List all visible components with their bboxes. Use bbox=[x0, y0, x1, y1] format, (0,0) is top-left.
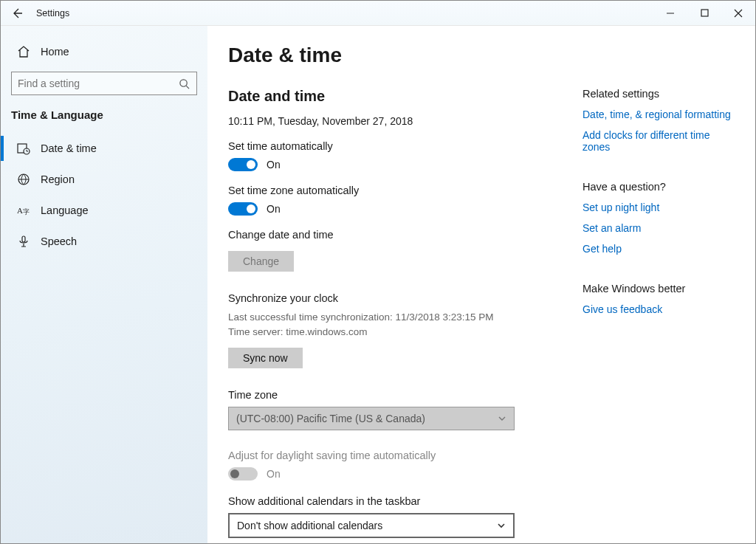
label-dst: Adjust for daylight saving time automati… bbox=[228, 450, 553, 461]
toggle-state: On bbox=[267, 159, 281, 171]
side-column: Related settings Date, time, & regional … bbox=[583, 44, 735, 526]
label-addcal: Show additional calendars in the taskbar bbox=[228, 495, 553, 507]
clock-calendar-icon bbox=[17, 142, 30, 155]
label-change-dt: Change date and time bbox=[228, 229, 553, 241]
timezone-value: (UTC-08:00) Pacific Time (US & Canada) bbox=[236, 413, 425, 424]
nav-list: Date & time Region A字 Language bbox=[1, 133, 207, 257]
nav-label: Region bbox=[41, 173, 75, 185]
microphone-icon bbox=[17, 235, 30, 248]
chevron-down-icon bbox=[498, 414, 506, 423]
language-icon: A字 bbox=[17, 204, 30, 217]
svg-point-1 bbox=[179, 79, 186, 86]
close-icon bbox=[734, 9, 743, 18]
search-icon bbox=[177, 78, 190, 89]
link-night-light[interactable]: Set up night light bbox=[583, 202, 735, 213]
main-column: Date & time Date and time 10:11 PM, Tues… bbox=[228, 44, 553, 526]
sidebar: Home Time & Language Date & time bbox=[1, 26, 207, 543]
back-arrow-icon bbox=[11, 7, 23, 19]
sync-last-text: Last successful time synchronization: 11… bbox=[228, 310, 553, 325]
timezone-select: (UTC-08:00) Pacific Time (US & Canada) bbox=[228, 407, 515, 430]
toggle-set-tz-auto[interactable] bbox=[228, 202, 258, 216]
svg-rect-7 bbox=[22, 236, 25, 242]
toggle-set-time-auto[interactable] bbox=[228, 158, 258, 171]
minimize-icon bbox=[666, 9, 675, 18]
home-icon bbox=[17, 45, 30, 58]
search-input[interactable] bbox=[18, 78, 177, 89]
back-button[interactable] bbox=[1, 1, 33, 25]
label-sync: Synchronize your clock bbox=[228, 292, 553, 304]
change-button: Change bbox=[228, 251, 294, 272]
nav-date-time[interactable]: Date & time bbox=[1, 133, 207, 164]
globe-icon bbox=[17, 173, 30, 186]
link-set-alarm[interactable]: Set an alarm bbox=[583, 222, 735, 234]
toggle-dst bbox=[228, 467, 258, 481]
nav-label: Date & time bbox=[41, 142, 97, 154]
minimize-button[interactable] bbox=[653, 1, 687, 25]
maximize-button[interactable] bbox=[687, 1, 721, 25]
svg-rect-0 bbox=[701, 10, 708, 16]
section-heading-datetime: Date and time bbox=[228, 88, 553, 105]
better-heading: Make Windows better bbox=[583, 283, 735, 295]
settings-window: Settings Home bbox=[0, 0, 756, 544]
chevron-down-icon bbox=[497, 521, 506, 530]
sync-server-text: Time server: time.windows.com bbox=[228, 325, 553, 340]
link-add-clocks[interactable]: Add clocks for different time zones bbox=[583, 129, 735, 153]
link-regional-formatting[interactable]: Date, time, & regional formatting bbox=[583, 109, 735, 120]
home-nav[interactable]: Home bbox=[1, 41, 207, 72]
additional-calendars-value: Don't show additional calendars bbox=[237, 520, 382, 531]
titlebar: Settings bbox=[1, 1, 755, 26]
category-heading: Time & Language bbox=[1, 109, 207, 133]
link-feedback[interactable]: Give us feedback bbox=[583, 303, 735, 315]
page-title: Date & time bbox=[228, 44, 553, 67]
home-label: Home bbox=[41, 46, 69, 58]
label-set-time-auto: Set time automatically bbox=[228, 140, 553, 152]
label-timezone: Time zone bbox=[228, 389, 553, 401]
nav-label: Speech bbox=[41, 235, 77, 247]
toggle-state: On bbox=[267, 468, 281, 480]
nav-language[interactable]: A字 Language bbox=[1, 195, 207, 226]
content-area: Date & time Date and time 10:11 PM, Tues… bbox=[207, 26, 755, 543]
label-set-tz-auto: Set time zone automatically bbox=[228, 185, 553, 196]
nav-label: Language bbox=[41, 204, 89, 216]
search-box[interactable] bbox=[11, 72, 197, 95]
close-button[interactable] bbox=[721, 1, 755, 25]
additional-calendars-select[interactable]: Don't show additional calendars bbox=[228, 513, 515, 538]
nav-region[interactable]: Region bbox=[1, 164, 207, 195]
sync-now-button[interactable]: Sync now bbox=[228, 348, 303, 368]
toggle-state: On bbox=[267, 203, 281, 215]
nav-speech[interactable]: Speech bbox=[1, 226, 207, 257]
svg-text:字: 字 bbox=[23, 208, 30, 216]
question-heading: Have a question? bbox=[583, 181, 735, 193]
svg-text:A: A bbox=[17, 206, 23, 215]
related-settings-heading: Related settings bbox=[583, 88, 735, 100]
link-get-help[interactable]: Get help bbox=[583, 243, 735, 255]
current-datetime: 10:11 PM, Tuesday, November 27, 2018 bbox=[228, 115, 553, 127]
maximize-icon bbox=[701, 9, 709, 17]
window-title: Settings bbox=[33, 8, 69, 18]
